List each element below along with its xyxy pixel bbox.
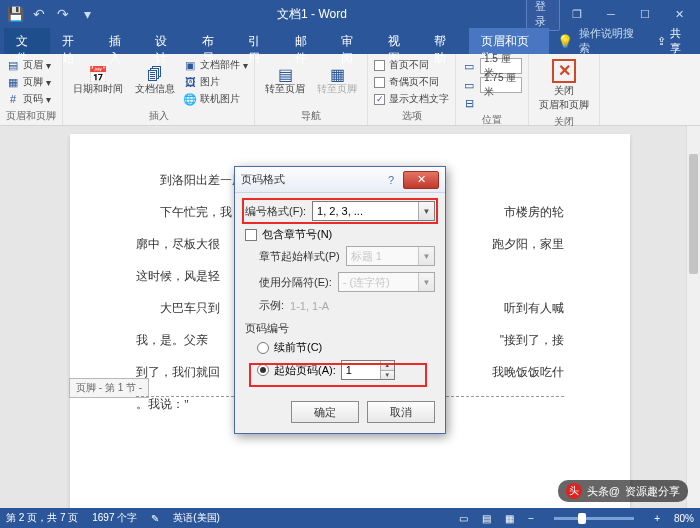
separator-row: 使用分隔符(E): - (连字符)▼ — [259, 272, 435, 292]
number-format-label: 编号格式(F): — [245, 204, 306, 219]
calendar-icon: 📅 — [88, 69, 108, 81]
tell-me-search[interactable]: 💡操作说明搜索 — [549, 28, 647, 54]
vertical-scrollbar[interactable] — [686, 126, 700, 508]
docinfo-button[interactable]: 🗐文档信息 — [131, 57, 179, 107]
quick-access-toolbar: 💾 ↶ ↷ ▾ — [4, 3, 98, 25]
tab-home[interactable]: 开始 — [50, 28, 96, 54]
header-icon: ▤ — [6, 58, 20, 72]
save-button[interactable]: 💾 — [4, 3, 26, 25]
parts-icon: ▣ — [183, 58, 197, 72]
goto-header-button[interactable]: ▤转至页眉 — [261, 57, 309, 107]
group-position: ▭1.5 厘米 ▭1.75 厘米 ⊟ 位置 — [456, 54, 529, 125]
close-header-footer-button[interactable]: ✕ 关闭页眉和页脚 — [535, 57, 593, 113]
login-button[interactable]: 登录 — [526, 0, 560, 28]
page-indicator[interactable]: 第 2 页，共 7 页 — [6, 511, 78, 525]
chapter-style-row: 章节起始样式(P) 标题 1▼ — [259, 246, 435, 266]
dist-bottom-icon: ▭ — [462, 78, 476, 92]
ribbon-options-button[interactable]: ❐ — [560, 0, 594, 28]
redo-button[interactable]: ↷ — [52, 3, 74, 25]
tab-insert[interactable]: 插入 — [97, 28, 143, 54]
align-tab-button[interactable]: ⊟ — [462, 95, 522, 111]
datetime-button[interactable]: 📅日期和时间 — [69, 57, 127, 107]
view-print-layout[interactable]: ▤ — [482, 513, 491, 524]
tab-references[interactable]: 引用 — [236, 28, 282, 54]
watermark-badge: 头 头条@资源趣分享 — [558, 480, 688, 502]
tab-view[interactable]: 视图 — [376, 28, 422, 54]
footer-button[interactable]: ▦页脚▾ — [6, 74, 51, 90]
zoom-in-button[interactable]: + — [654, 513, 660, 524]
titlebar: 💾 ↶ ↷ ▾ 文档1 - Word 登录 ❐ ─ ☐ ✕ — [0, 0, 700, 28]
start-at-spinbox[interactable]: 1 ▲▼ — [341, 360, 395, 380]
header-button[interactable]: ▤页眉▾ — [6, 57, 51, 73]
tab-design[interactable]: 设计 — [143, 28, 189, 54]
qat-more-button[interactable]: ▾ — [76, 3, 98, 25]
tab-file[interactable]: 文件 — [4, 28, 50, 54]
cancel-button[interactable]: 取消 — [367, 401, 435, 423]
dialog-titlebar[interactable]: 页码格式 ? ✕ — [235, 167, 445, 193]
view-web-layout[interactable]: ▦ — [505, 513, 514, 524]
statusbar: 第 2 页，共 7 页 1697 个字 ✎ 英语(美国) ▭ ▤ ▦ − + 8… — [0, 508, 700, 528]
group-label: 选项 — [374, 107, 449, 125]
separator-select: - (连字符)▼ — [338, 272, 435, 292]
bulb-icon: 💡 — [557, 34, 573, 49]
footer-from-bottom-field[interactable]: ▭1.75 厘米 — [462, 76, 522, 94]
dialog-help-button[interactable]: ? — [382, 171, 400, 189]
align-icon: ⊟ — [462, 96, 476, 110]
tab-header-footer[interactable]: 页眉和页脚 — [469, 28, 549, 54]
spellcheck-status[interactable]: ✎ — [151, 513, 159, 524]
group-close: ✕ 关闭页眉和页脚 关闭 — [529, 54, 600, 125]
pagenum-icon: # — [6, 92, 20, 106]
start-at-radio[interactable]: 起始页码(A): 1 ▲▼ — [257, 360, 435, 380]
tab-review[interactable]: 审阅 — [329, 28, 375, 54]
dialog-close-button[interactable]: ✕ — [403, 171, 439, 189]
window-title: 文档1 - Word — [98, 6, 526, 23]
zoom-level[interactable]: 80% — [674, 513, 694, 524]
different-odd-even-checkbox[interactable]: 奇偶页不同 — [374, 74, 449, 90]
picture-button[interactable]: 🖼图片 — [183, 74, 248, 90]
maximize-button[interactable]: ☐ — [628, 0, 662, 28]
goto-footer-button[interactable]: ▦转至页脚 — [313, 57, 361, 107]
show-document-text-checkbox[interactable]: ✓显示文档文字 — [374, 91, 449, 107]
minimize-button[interactable]: ─ — [594, 0, 628, 28]
group-label: 插入 — [69, 107, 248, 125]
ribbon: ▤页眉▾ ▦页脚▾ #页码▾ 页眉和页脚 📅日期和时间 🗐文档信息 ▣文档部件▾… — [0, 54, 700, 126]
goto-footer-icon: ▦ — [330, 69, 345, 81]
word-count[interactable]: 1697 个字 — [92, 511, 137, 525]
group-header-footer: ▤页眉▾ ▦页脚▾ #页码▾ 页眉和页脚 — [0, 54, 63, 125]
group-options: 首页不同 奇偶页不同 ✓显示文档文字 选项 — [368, 54, 456, 125]
continue-radio[interactable]: 续前节(C) — [257, 340, 435, 355]
quickparts-button[interactable]: ▣文档部件▾ — [183, 57, 248, 73]
chevron-down-icon: ▼ — [418, 202, 434, 220]
different-first-page-checkbox[interactable]: 首页不同 — [374, 57, 449, 73]
include-chapter-checkbox[interactable]: 包含章节号(N) — [245, 227, 435, 242]
group-insert: 📅日期和时间 🗐文档信息 ▣文档部件▾ 🖼图片 🌐联机图片 插入 — [63, 54, 255, 125]
zoom-slider[interactable] — [554, 517, 634, 520]
footer-section-tag: 页脚 - 第 1 节 - — [69, 378, 149, 398]
spin-down-icon[interactable]: ▼ — [381, 371, 394, 380]
scrollbar-thumb[interactable] — [689, 154, 698, 274]
spin-up-icon[interactable]: ▲ — [381, 361, 394, 371]
picture-icon: 🖼 — [183, 75, 197, 89]
chapter-style-label: 章节起始样式(P) — [259, 249, 340, 264]
online-picture-button[interactable]: 🌐联机图片 — [183, 91, 248, 107]
close-x-icon: ✕ — [552, 59, 576, 83]
zoom-out-button[interactable]: − — [528, 513, 534, 524]
undo-button[interactable]: ↶ — [28, 3, 50, 25]
group-label: 页眉和页脚 — [6, 107, 56, 125]
dialog-title: 页码格式 — [241, 172, 382, 187]
docinfo-icon: 🗐 — [147, 69, 163, 81]
share-button[interactable]: ⇪共享 — [647, 28, 700, 54]
tab-mailings[interactable]: 邮件 — [283, 28, 329, 54]
number-format-select[interactable]: 1, 2, 3, ...▼ — [312, 201, 435, 221]
group-label: 导航 — [261, 107, 361, 125]
tab-help[interactable]: 帮助 — [422, 28, 468, 54]
view-read-mode[interactable]: ▭ — [459, 513, 468, 524]
page-numbering-section-label: 页码编号 — [245, 321, 435, 336]
language-indicator[interactable]: 英语(美国) — [173, 511, 220, 525]
footer-icon: ▦ — [6, 75, 20, 89]
page-number-button[interactable]: #页码▾ — [6, 91, 51, 107]
close-button[interactable]: ✕ — [662, 0, 696, 28]
tab-layout[interactable]: 布局 — [190, 28, 236, 54]
ok-button[interactable]: 确定 — [291, 401, 359, 423]
number-format-row: 编号格式(F): 1, 2, 3, ...▼ — [245, 201, 435, 221]
